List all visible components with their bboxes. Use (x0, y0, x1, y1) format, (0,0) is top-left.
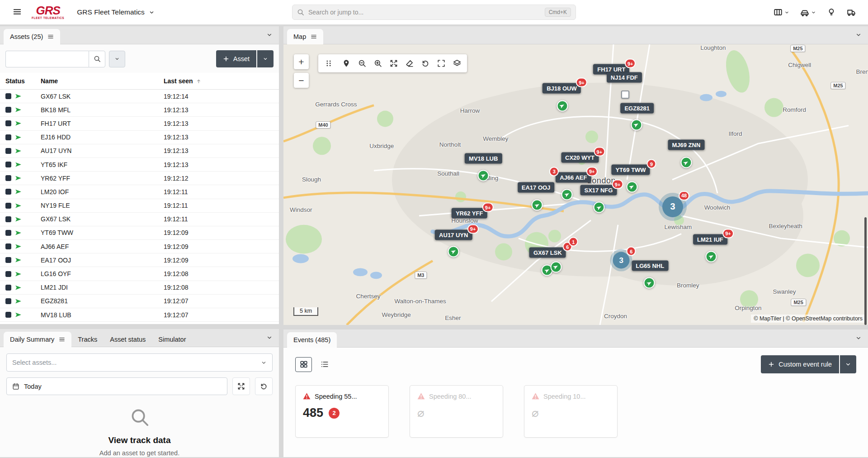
tab-asset-status[interactable]: Asset status (104, 332, 152, 347)
map-tool-fit[interactable] (386, 56, 401, 71)
column-name[interactable]: Name (41, 77, 164, 85)
map-tool-eraser[interactable] (401, 56, 417, 71)
vehicle-direction-marker[interactable] (644, 277, 655, 289)
vehicle-label-marker[interactable]: MJ69 ZNN (668, 139, 704, 150)
list-view-button[interactable] (316, 357, 333, 372)
vehicle-direction-marker[interactable] (626, 181, 637, 192)
vehicle-direction-marker[interactable] (557, 100, 568, 111)
column-status[interactable]: Status (5, 77, 41, 85)
tab-map[interactable]: Map (287, 29, 323, 44)
map-canvas[interactable]: LoughtonChigwellBrentRomfordIlfordGerrar… (283, 44, 868, 325)
panel-menu-icon[interactable] (47, 33, 54, 40)
map-tool-rotate[interactable] (417, 56, 433, 71)
event-card[interactable]: Speeding 10...⌀ (524, 385, 618, 438)
assets-search-options-button[interactable] (109, 51, 125, 67)
custom-event-rule-button[interactable]: Custom event rule (761, 355, 839, 373)
map-tool-fullscreen[interactable] (433, 56, 449, 71)
map-tool-layers[interactable] (449, 56, 465, 71)
collapse-summary-panel-button[interactable] (266, 334, 273, 342)
global-search-input[interactable] (308, 9, 541, 16)
asset-row[interactable]: LG16 OYF19:12:08 (0, 267, 279, 281)
collapse-events-panel-button[interactable] (855, 335, 862, 343)
grid-view-button[interactable] (295, 357, 312, 372)
hints-button[interactable] (825, 5, 838, 19)
vehicle-label-marker[interactable]: AU17 UYN9+ (435, 229, 472, 240)
map-tool-pin[interactable] (338, 56, 354, 71)
map-tool-zoom-out[interactable] (354, 56, 370, 71)
vehicle-label-marker[interactable]: AJ66 AEF9+3 (556, 172, 591, 182)
layout-switcher-button[interactable] (771, 5, 792, 19)
vehicle-direction-marker[interactable] (680, 157, 692, 168)
panel-menu-icon[interactable] (59, 336, 65, 343)
asset-row[interactable] (0, 322, 279, 324)
asset-row[interactable]: YT69 TWW19:12:09 (0, 226, 279, 240)
column-last-seen[interactable]: Last seen (164, 77, 279, 85)
zoom-in-button[interactable]: + (294, 54, 309, 69)
tab-simulator[interactable]: Simulator (152, 332, 192, 347)
vehicle-label-marker[interactable]: SX17 NFG9+ (580, 185, 617, 196)
vehicles-button[interactable] (844, 5, 858, 19)
main-menu-button[interactable] (10, 5, 24, 20)
vehicle-direction-marker[interactable] (532, 200, 543, 211)
event-card[interactable]: Speeding 80...⌀ (410, 385, 503, 438)
vehicle-label-marker[interactable]: NJ14 FDF (607, 72, 642, 83)
asset-row[interactable]: EA17 OOJ19:12:09 (0, 253, 279, 267)
asset-row[interactable]: FH17 URT19:12:13 (0, 117, 279, 130)
add-asset-dropdown-button[interactable] (257, 50, 274, 67)
page-scrollbar[interactable] (864, 217, 867, 325)
vehicle-label-marker[interactable]: LG65 NHL (632, 261, 668, 271)
vehicle-label-marker[interactable]: BJ18 OUW9+ (542, 83, 580, 94)
map-tool-zoom-in[interactable] (370, 56, 386, 71)
collapse-assets-panel-button[interactable] (266, 32, 273, 39)
asset-row[interactable]: LM20 IOF19:12:11 (0, 185, 279, 199)
tab-assets[interactable]: Assets (25) (4, 29, 60, 44)
fleet-menu-button[interactable] (798, 5, 818, 19)
global-search[interactable]: Cmd+K (292, 5, 576, 20)
assets-search-button[interactable] (89, 51, 105, 67)
vehicle-direction-marker[interactable] (478, 170, 489, 181)
expand-button[interactable] (232, 377, 250, 395)
vehicle-label-marker[interactable]: CX20 WYT9+ (561, 153, 599, 163)
cluster-marker[interactable]: 348 (662, 196, 683, 217)
vehicle-direction-marker[interactable] (448, 246, 459, 257)
vehicle-label-marker[interactable]: MV18 LUB (465, 153, 502, 164)
vehicle-label-marker[interactable]: LM21 IUF9+ (693, 234, 727, 244)
asset-row[interactable]: YR62 YFF19:12:12 (0, 172, 279, 185)
vehicle-label-marker[interactable]: YR62 YFF9+ (452, 208, 487, 219)
asset-row[interactable]: AJ66 AEF19:12:09 (0, 240, 279, 253)
vehicle-label-marker[interactable]: EGZ8281 (620, 103, 654, 114)
vehicle-label-marker[interactable]: YT69 TWW9 (611, 165, 650, 175)
asset-row[interactable]: LM21 JDI19:12:08 (0, 281, 279, 295)
tab-events[interactable]: Events (485) (287, 332, 337, 348)
asset-row[interactable]: MV18 LUB19:12:07 (0, 308, 279, 322)
vehicle-label-marker[interactable]: EA17 OOJ (518, 182, 555, 193)
assets-select[interactable]: Select assets... (6, 353, 273, 372)
asset-row[interactable]: NY19 FLE19:12:11 (0, 199, 279, 213)
vehicle-direction-marker[interactable] (631, 119, 642, 130)
vehicle-direction-marker[interactable] (550, 261, 561, 272)
panel-menu-icon[interactable] (311, 33, 317, 40)
vehicle-direction-marker[interactable] (706, 251, 717, 262)
zoom-out-button[interactable]: − (294, 73, 309, 88)
tab-tracks[interactable]: Tracks (71, 332, 104, 347)
add-asset-button[interactable]: Asset (216, 50, 256, 67)
vehicle-direction-marker[interactable] (561, 189, 573, 200)
asset-row[interactable]: GX67 LSK19:12:11 (0, 213, 279, 226)
date-range-input[interactable]: Today (6, 377, 227, 395)
asset-row[interactable]: EJ16 HDD19:12:13 (0, 131, 279, 144)
tab-daily-summary[interactable]: Daily Summary (4, 332, 71, 347)
asset-row[interactable]: BK18 MFL19:12:13 (0, 103, 279, 117)
event-card[interactable]: Speeding 55...4852 (295, 385, 389, 438)
idle-vehicle-marker[interactable] (621, 91, 629, 99)
asset-row[interactable]: GX67 LSK19:12:14 (0, 90, 279, 103)
asset-row[interactable]: EGZ828119:12:07 (0, 295, 279, 308)
map-tool-grid-handle[interactable] (321, 56, 336, 71)
workspace-switcher[interactable]: GRS Fleet Telematics (77, 8, 155, 16)
collapse-map-panel-button[interactable] (855, 32, 862, 39)
vehicle-direction-marker[interactable] (594, 202, 605, 213)
cluster-marker[interactable]: 36 (613, 252, 630, 269)
asset-row[interactable]: AU17 UYN19:12:13 (0, 144, 279, 158)
asset-row[interactable]: YT65 IKF19:12:13 (0, 158, 279, 172)
refresh-button[interactable] (255, 377, 273, 395)
custom-event-rule-dropdown-button[interactable] (840, 355, 856, 373)
